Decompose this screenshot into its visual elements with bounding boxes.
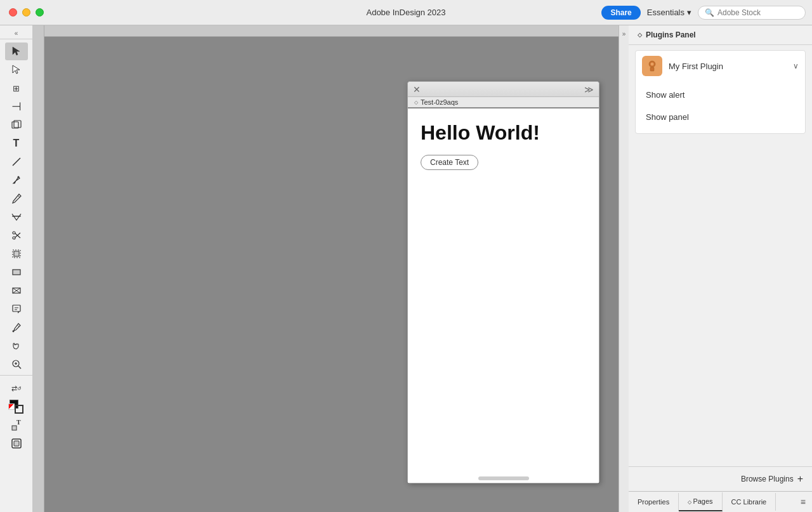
doc-panel-titlebar[interactable]: ✕ ≫ — [408, 82, 599, 97]
search-input[interactable] — [717, 8, 800, 17]
note-tool[interactable] — [5, 300, 28, 318]
plugins-panel-label: Plugins Panel — [646, 30, 696, 39]
plugin-item: My First Plugin ∨ Show alert Show panel — [635, 50, 806, 134]
svg-point-32 — [651, 63, 654, 66]
svg-rect-31 — [650, 67, 654, 71]
scissors-tool[interactable] — [5, 226, 28, 244]
svg-line-4 — [18, 195, 20, 197]
toolbar-collapse[interactable]: « — [0, 28, 32, 39]
zoom-tool[interactable] — [5, 355, 28, 373]
search-icon: 🔍 — [705, 8, 714, 17]
doc-hello-text: Hello World! — [421, 121, 586, 145]
rectangle-frame-tool[interactable] — [5, 282, 28, 299]
add-anchor-tool[interactable] — [5, 208, 28, 226]
bottom-tabs: Properties ◇ Pages CC Librarie ≡ — [629, 491, 812, 512]
traffic-lights — [0, 8, 44, 16]
titlebar-right: Share Essentials ▾ 🔍 — [601, 6, 812, 20]
plugin-chevron-icon: ∨ — [793, 62, 799, 70]
show-panel-action[interactable]: Show panel — [636, 106, 805, 128]
tab-cc-libraries[interactable]: CC Librarie — [723, 493, 776, 511]
close-button[interactable] — [9, 8, 17, 16]
diamond-icon: ◇ — [638, 32, 642, 38]
ruler-top — [33, 25, 628, 37]
page-tool[interactable]: ⊞ — [5, 79, 28, 97]
search-box: 🔍 — [698, 6, 806, 20]
doc-tab-label: Test-0z9aqs — [421, 98, 458, 106]
plus-icon: + — [797, 473, 803, 485]
line-tool[interactable] — [5, 153, 28, 171]
maximize-button[interactable] — [36, 8, 44, 16]
selection-tool[interactable] — [5, 43, 28, 60]
eyedropper-tool[interactable] — [5, 318, 28, 336]
fill-stroke-tool[interactable] — [5, 398, 28, 416]
minimize-button[interactable] — [22, 8, 30, 16]
create-text-button[interactable]: Create Text — [421, 155, 478, 170]
browse-plugins-label: Browse Plugins — [741, 475, 794, 483]
svg-rect-13 — [13, 270, 20, 275]
svg-point-7 — [13, 237, 15, 239]
svg-line-10 — [15, 233, 20, 238]
app-title: Adobe InDesign 2023 — [366, 8, 445, 17]
tab-properties[interactable]: Properties — [629, 493, 679, 511]
plugin-name: My First Plugin — [669, 62, 787, 71]
plugin-actions: Show alert Show panel — [636, 81, 805, 133]
chevron-down-icon: ▾ — [687, 8, 691, 17]
hand-tool[interactable] — [5, 337, 28, 355]
titlebar: Adobe InDesign 2023 Share Essentials ▾ 🔍 — [0, 0, 812, 25]
pencil-tool[interactable] — [5, 190, 28, 207]
svg-point-20 — [12, 331, 14, 332]
left-toolbar: « ⊞ ⊣ T — [0, 25, 33, 512]
doc-panel-collapse-button[interactable]: ≫ — [584, 84, 594, 95]
svg-rect-26 — [12, 426, 16, 430]
essentials-button[interactable]: Essentials ▾ — [647, 8, 691, 17]
svg-line-9 — [15, 233, 20, 237]
svg-point-8 — [13, 232, 15, 234]
show-alert-action[interactable]: Show alert — [636, 84, 805, 106]
svg-line-23 — [18, 366, 21, 369]
svg-rect-12 — [14, 251, 19, 256]
plugin-item-header[interactable]: My First Plugin ∨ — [636, 51, 805, 81]
doc-panel-close-button[interactable]: ✕ — [413, 85, 421, 94]
tab-menu-button[interactable]: ≡ — [794, 492, 812, 512]
pen-tool[interactable] — [5, 171, 28, 189]
swap-tool[interactable]: ⇄↺ — [5, 379, 28, 397]
svg-line-21 — [17, 325, 19, 327]
share-button[interactable]: Share — [601, 6, 640, 20]
document-panel: ✕ ≫ ◇ Test-0z9aqs Hello World! Create Te… — [407, 81, 599, 483]
doc-scrollbar[interactable] — [478, 476, 529, 480]
tab-pages[interactable]: ◇ Pages — [679, 492, 722, 511]
svg-text:T: T — [16, 419, 21, 426]
direct-selection-tool[interactable] — [5, 61, 28, 79]
canvas-area[interactable]: ✕ ≫ ◇ Test-0z9aqs Hello World! Create Te… — [33, 25, 628, 512]
view-mode-tool[interactable] — [5, 435, 28, 452]
ruler-left — [33, 25, 44, 512]
main-layout: « ⊞ ⊣ T — [0, 25, 812, 512]
svg-rect-29 — [14, 441, 19, 446]
gap-tool[interactable]: ⊣ — [5, 98, 28, 115]
content-collector-tool[interactable] — [5, 116, 28, 134]
plugins-panel-header: ◇ Plugins Panel — [629, 25, 812, 45]
svg-rect-17 — [13, 305, 20, 312]
panel-collapse-button[interactable]: » — [619, 25, 629, 512]
svg-line-2 — [13, 158, 20, 166]
frame-type-tool[interactable]: T — [5, 416, 28, 434]
essentials-label: Essentials — [647, 8, 684, 17]
modified-icon: ◇ — [414, 100, 418, 105]
rectangle-tool[interactable] — [5, 263, 28, 281]
browse-plugins-bar[interactable]: Browse Plugins + — [629, 466, 812, 491]
right-panel: » ◇ Plugins Panel My First Plugin ∨ — [628, 25, 812, 512]
svg-point-3 — [17, 176, 19, 178]
type-tool[interactable]: T — [5, 135, 28, 152]
panel-spacer — [629, 134, 812, 466]
free-transform-tool[interactable] — [5, 245, 28, 263]
plugin-icon — [642, 56, 662, 76]
doc-content: Hello World! Create Text — [408, 108, 599, 483]
doc-tab[interactable]: ◇ Test-0z9aqs — [408, 97, 599, 108]
